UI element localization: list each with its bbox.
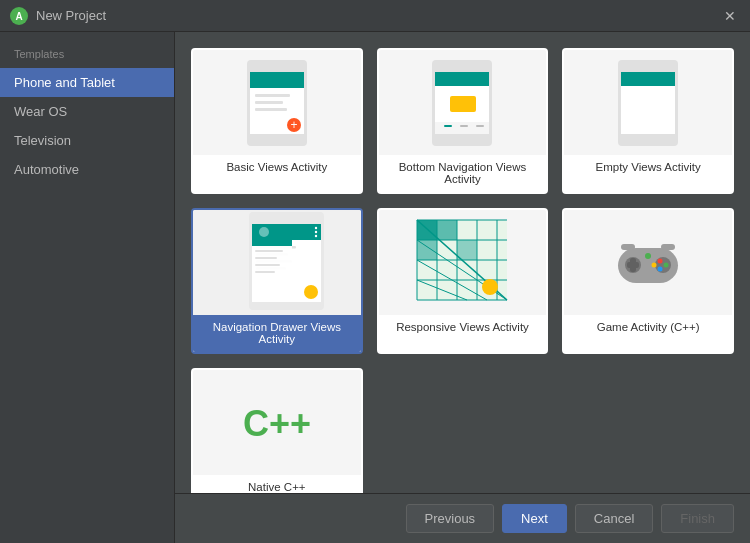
svg-point-62 [482,279,498,295]
svg-rect-21 [621,72,675,86]
svg-point-41 [315,231,317,233]
svg-point-72 [645,253,651,259]
template-empty-views[interactable]: Empty Views Activity [562,48,734,194]
footer: Previous Next Cancel Finish [175,493,750,543]
svg-text:+: + [290,118,297,132]
template-responsive-views-label: Responsive Views Activity [379,315,547,340]
svg-rect-6 [255,101,283,104]
template-bottom-nav-preview [379,50,547,155]
cancel-button[interactable]: Cancel [575,504,653,533]
close-button[interactable]: ✕ [720,6,740,26]
sidebar-item-phone-tablet[interactable]: Phone and Tablet [0,68,174,97]
svg-rect-67 [627,262,639,268]
svg-rect-39 [255,271,275,273]
svg-rect-58 [417,220,437,240]
template-native-cpp-preview: C++ [193,370,361,475]
sidebar-item-television[interactable]: Television [0,126,174,155]
finish-button[interactable]: Finish [661,504,734,533]
sidebar: Templates Phone and Tablet Wear OS Telev… [0,32,175,543]
template-game-activity[interactable]: Game Activity (C++) [562,208,734,354]
svg-rect-73 [621,244,635,250]
next-button[interactable]: Next [502,504,567,533]
svg-rect-74 [661,244,675,250]
template-nav-drawer-label: Navigation Drawer Views Activity [193,315,361,352]
template-basic-views-preview: + [193,50,361,155]
template-native-cpp[interactable]: C++ Native C++ [191,368,363,493]
previous-button[interactable]: Previous [406,504,495,533]
svg-rect-36 [255,250,283,252]
template-game-activity-label: Game Activity (C++) [564,315,732,340]
template-responsive-views[interactable]: Responsive Views Activity [377,208,549,354]
svg-rect-18 [450,96,476,112]
svg-text:C++: C++ [243,403,311,444]
template-basic-views-label: Basic Views Activity [193,155,361,180]
title-bar-left: A New Project [10,7,106,25]
svg-rect-7 [255,108,287,111]
app-icon: A [10,7,28,25]
template-empty-views-label: Empty Views Activity [564,155,732,180]
svg-point-69 [664,262,669,267]
svg-rect-17 [476,125,484,127]
svg-rect-16 [460,125,468,127]
svg-point-32 [304,285,318,299]
svg-rect-34 [252,224,292,246]
title-bar: A New Project ✕ [0,0,750,32]
sidebar-item-wear-os[interactable]: Wear OS [0,97,174,126]
svg-point-35 [259,227,269,237]
svg-rect-59 [437,220,457,240]
title-bar-title: New Project [36,8,106,23]
template-empty-views-preview [564,50,732,155]
svg-point-68 [658,258,663,263]
template-game-activity-preview [564,210,732,315]
svg-point-71 [652,262,657,267]
svg-rect-61 [457,240,477,260]
content-wrapper: + Basic Views Activity [175,32,750,543]
template-native-cpp-label: Native C++ [193,475,361,493]
svg-rect-14 [435,122,489,134]
svg-point-65 [655,257,671,273]
svg-point-70 [658,266,663,271]
sidebar-item-automotive[interactable]: Automotive [0,155,174,184]
svg-rect-60 [417,240,437,260]
template-nav-drawer-preview [193,210,361,315]
templates-grid: + Basic Views Activity [191,48,734,493]
svg-point-40 [315,227,317,229]
svg-rect-15 [444,125,452,127]
svg-text:A: A [15,11,22,22]
template-basic-views[interactable]: + Basic Views Activity [191,48,363,194]
svg-rect-37 [255,257,277,259]
svg-rect-5 [255,94,290,97]
svg-point-42 [315,235,317,237]
template-responsive-views-preview [379,210,547,315]
svg-rect-38 [255,264,280,266]
content-area: + Basic Views Activity [175,32,750,493]
template-bottom-nav[interactable]: Bottom Navigation Views Activity [377,48,549,194]
sidebar-section-label: Templates [0,44,174,68]
svg-rect-4 [250,72,304,88]
svg-rect-12 [435,72,489,86]
main-layout: Templates Phone and Tablet Wear OS Telev… [0,32,750,543]
template-bottom-nav-label: Bottom Navigation Views Activity [379,155,547,192]
template-nav-drawer[interactable]: Navigation Drawer Views Activity [191,208,363,354]
